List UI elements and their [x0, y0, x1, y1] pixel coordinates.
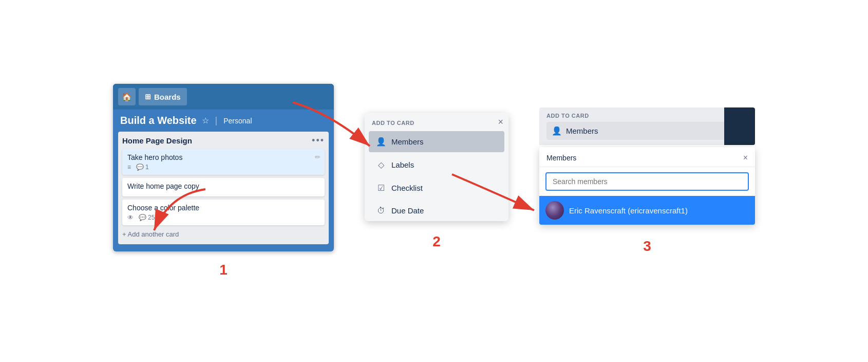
- card-meta-3: 👁 💬 25: [127, 214, 319, 221]
- menu-close-button[interactable]: ×: [498, 117, 503, 128]
- members-dropdown-title: Members: [546, 154, 576, 162]
- step3-container: ADD TO CARD 👤 Members Members ×: [539, 107, 755, 228]
- comment-count-3: 25: [148, 214, 155, 221]
- card-comment-1: 💬 1: [136, 164, 149, 171]
- trello-board: 🏠 ⊞ Boards Build a Website ☆ | Personal: [113, 84, 334, 251]
- card-meta-1: ≡ 💬 1: [127, 164, 319, 171]
- member-result-item[interactable]: Eric Ravenscraft (ericravenscraft1): [539, 196, 755, 225]
- menu-section-title: ADD TO CARD: [365, 113, 508, 129]
- card-comment-3: 💬 25: [139, 214, 155, 221]
- labels-menu-label: Labels: [391, 160, 414, 169]
- menu-item-labels[interactable]: ◇ Labels: [369, 154, 504, 175]
- eye-icon: 👁: [127, 214, 134, 221]
- card-title-3: Choose a color palette: [127, 204, 319, 212]
- add-to-card-label: ADD TO CARD: [546, 113, 748, 119]
- card-eye-icon-3: 👁: [127, 214, 134, 221]
- section-1: 🏠 ⊞ Boards Build a Website ☆ | Personal: [113, 84, 334, 278]
- home-button[interactable]: 🏠: [118, 88, 136, 105]
- add-card-button[interactable]: + Add another card: [122, 228, 179, 240]
- labels-menu-icon: ◇: [376, 160, 386, 170]
- step1-container: 🏠 ⊞ Boards Build a Website ☆ | Personal: [113, 84, 334, 251]
- search-members-input[interactable]: [545, 172, 749, 191]
- card-title-1: Take hero photos: [127, 153, 319, 161]
- dropdown-close-button[interactable]: ×: [743, 153, 748, 162]
- members-dropdown-header: Members ×: [539, 147, 755, 167]
- boards-button[interactable]: ⊞ Boards: [139, 88, 187, 105]
- board-divider: |: [215, 115, 218, 126]
- comment-icon-3: 💬: [139, 214, 146, 221]
- board-star-icon[interactable]: ☆: [202, 116, 209, 125]
- step-number-3: 3: [643, 238, 651, 255]
- board-header: 🏠 ⊞ Boards: [113, 84, 334, 110]
- workspace-label: Personal: [223, 117, 252, 125]
- add-to-card-header: ADD TO CARD 👤 Members: [539, 107, 755, 145]
- due-date-menu-label: Due Date: [391, 206, 424, 215]
- board-content: Home Page Design ••• Take hero photos ✏ …: [113, 132, 334, 251]
- board-title-bar: Build a Website ☆ | Personal: [113, 110, 334, 132]
- checklist-menu-label: Checklist: [391, 184, 423, 192]
- members-btn[interactable]: 👤 Members: [546, 122, 748, 140]
- menu-item-checklist[interactable]: ☑ Checklist: [369, 177, 504, 198]
- comment-icon-1: 💬: [136, 164, 144, 171]
- due-date-menu-icon: ⏱: [376, 206, 386, 215]
- card-title-2: Write home page copy: [127, 182, 319, 190]
- card-take-hero-photos[interactable]: Take hero photos ✏ ≡ 💬 1: [122, 149, 325, 175]
- checklist-menu-icon: ☑: [376, 183, 386, 193]
- menu-item-due-date[interactable]: ⏱ Due Date: [369, 201, 504, 221]
- member-avatar: [545, 201, 564, 220]
- dark-background: [724, 107, 755, 145]
- step-number-1: 1: [219, 262, 228, 278]
- members-dropdown: Members × Eric Ravenscraft (ericravenscr…: [539, 147, 755, 225]
- step-number-2: 2: [432, 233, 441, 250]
- avatar-image: [545, 201, 564, 220]
- add-card-label: + Add another card: [122, 230, 179, 238]
- description-icon: ≡: [127, 164, 131, 171]
- list-title: Home Page Design: [122, 136, 192, 145]
- home-icon: 🏠: [122, 92, 132, 102]
- add-to-card-menu: × ADD TO CARD 👤 Members ◇ Labels ☑ Check…: [365, 113, 508, 221]
- members-btn-icon: 👤: [552, 126, 562, 136]
- boards-label: Boards: [154, 93, 181, 101]
- boards-icon: ⊞: [145, 93, 151, 101]
- list-header: Home Page Design •••: [122, 136, 325, 145]
- section-3: ADD TO CARD 👤 Members Members ×: [539, 107, 755, 255]
- edit-icon: ✏: [315, 153, 320, 161]
- list-menu-button[interactable]: •••: [312, 136, 325, 145]
- card-description-icon-1: ≡: [127, 164, 131, 171]
- members-menu-icon: 👤: [376, 137, 386, 147]
- search-input-wrapper: [539, 167, 755, 196]
- members-btn-label: Members: [566, 126, 598, 135]
- members-menu-label: Members: [391, 137, 424, 146]
- section-2: × ADD TO CARD 👤 Members ◇ Labels ☑ Check…: [365, 113, 508, 250]
- card-choose-color-palette[interactable]: Choose a color palette 👁 💬 25: [122, 200, 325, 225]
- comment-count-1: 1: [145, 164, 149, 171]
- list-container: Home Page Design ••• Take hero photos ✏ …: [118, 132, 329, 244]
- step2-container: × ADD TO CARD 👤 Members ◇ Labels ☑ Check…: [365, 113, 508, 223]
- menu-item-members[interactable]: 👤 Members: [369, 131, 504, 152]
- members-panel: ADD TO CARD 👤 Members Members ×: [539, 107, 755, 225]
- board-title: Build a Website: [120, 115, 197, 126]
- member-name: Eric Ravenscraft (ericravenscraft1): [569, 206, 688, 215]
- card-write-home-copy[interactable]: Write home page copy: [122, 178, 325, 196]
